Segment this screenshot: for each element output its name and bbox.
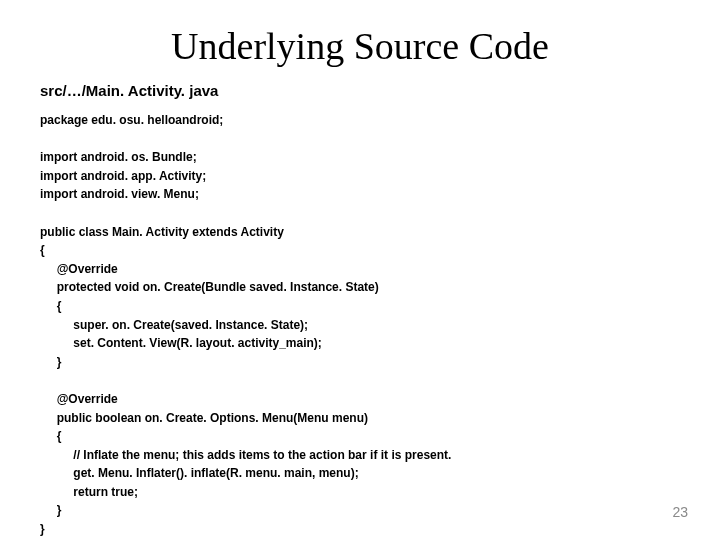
source-file-path: src/…/Main. Activity. java xyxy=(40,82,680,99)
slide: Underlying Source Code src/…/Main. Activ… xyxy=(0,0,720,540)
slide-title: Underlying Source Code xyxy=(40,24,680,68)
page-number: 23 xyxy=(672,504,688,520)
source-code-block: package edu. osu. helloandroid; import a… xyxy=(40,111,680,539)
